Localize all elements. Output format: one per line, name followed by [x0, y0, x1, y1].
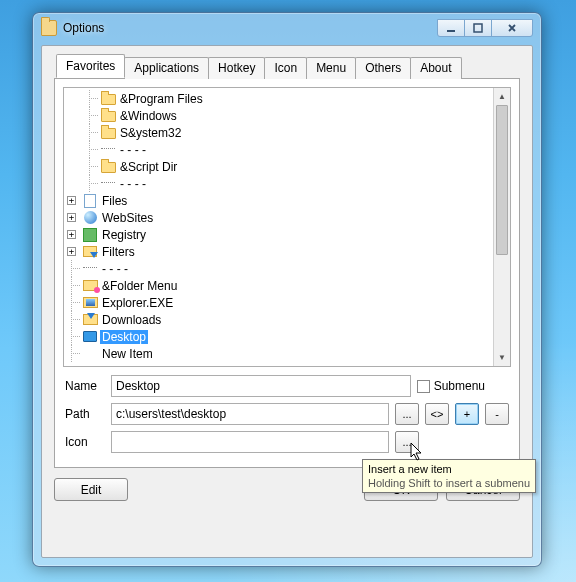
tree-item[interactable]: &Windows: [64, 107, 493, 124]
globe-icon: [82, 210, 98, 226]
dl-icon: [82, 312, 98, 328]
titlebar[interactable]: Options: [39, 19, 535, 41]
blank-icon: [82, 346, 98, 362]
tree-item-label: Desktop: [100, 330, 148, 344]
expand-icon[interactable]: +: [67, 196, 76, 205]
tree-item[interactable]: &Script Dir: [64, 158, 493, 175]
scroll-thumb[interactable]: [496, 105, 508, 255]
page-icon: [82, 193, 98, 209]
desktop-icon: [82, 329, 98, 345]
close-button[interactable]: [491, 19, 533, 37]
app-icon: [41, 20, 57, 36]
icon-label: Icon: [65, 435, 105, 449]
tree-scrollbar[interactable]: ▲ ▼: [493, 88, 510, 366]
tree-item-label: New Item: [102, 347, 153, 361]
folder-icon: [100, 91, 116, 107]
path-swap-button[interactable]: <>: [425, 403, 449, 425]
tooltip-line2: Holding Shift to insert a submenu: [368, 476, 530, 490]
window-title: Options: [63, 21, 438, 35]
submenu-checkbox[interactable]: [417, 380, 430, 393]
favorites-tree[interactable]: &Program Files&WindowsS&ystem32- - - -&S…: [63, 87, 511, 367]
tree-item-label: Files: [102, 194, 127, 208]
tab-others[interactable]: Others: [355, 57, 411, 79]
icon-input[interactable]: [111, 431, 389, 453]
tab-icon[interactable]: Icon: [264, 57, 307, 79]
expand-icon[interactable]: +: [67, 213, 76, 222]
tooltip: Insert a new item Holding Shift to inser…: [362, 459, 536, 493]
add-item-button[interactable]: +: [455, 403, 479, 425]
window-controls: [438, 19, 533, 37]
cursor-icon: [410, 443, 424, 463]
tree-item-label: S&ystem32: [120, 126, 181, 140]
sep-icon: [100, 142, 116, 158]
tree-item-label: &Folder Menu: [102, 279, 177, 293]
tree-item-label: Registry: [102, 228, 146, 242]
tree-item[interactable]: Desktop: [64, 328, 493, 345]
scroll-up-icon[interactable]: ▲: [494, 88, 510, 105]
tree-item-label: Downloads: [102, 313, 161, 327]
expand-icon[interactable]: +: [67, 230, 76, 239]
edit-button[interactable]: Edit: [54, 478, 128, 501]
tree-item-label: - - - -: [120, 177, 146, 191]
tree-item-label: Filters: [102, 245, 135, 259]
sep-icon: [100, 176, 116, 192]
tree-item-label: - - - -: [102, 262, 128, 276]
remove-item-button[interactable]: -: [485, 403, 509, 425]
tab-applications[interactable]: Applications: [124, 57, 209, 79]
tree-item[interactable]: S&ystem32: [64, 124, 493, 141]
reg-icon: [82, 227, 98, 243]
name-input[interactable]: [111, 375, 411, 397]
tab-strip: Favorites Applications Hotkey Icon Menu …: [54, 56, 520, 79]
tree-item[interactable]: New Item: [64, 345, 493, 362]
tree-item[interactable]: +Filters: [64, 243, 493, 260]
path-input[interactable]: [111, 403, 389, 425]
tree-item[interactable]: - - - -: [64, 175, 493, 192]
tree-item[interactable]: +Registry: [64, 226, 493, 243]
tree-item-label: Explorer.EXE: [102, 296, 173, 310]
tooltip-line1: Insert a new item: [368, 462, 530, 476]
svg-rect-0: [447, 30, 455, 32]
filter-icon: [82, 244, 98, 260]
submenu-label: Submenu: [434, 379, 485, 393]
path-label: Path: [65, 407, 105, 421]
folder-icon: [100, 159, 116, 175]
foldermenu-icon: [82, 278, 98, 294]
folder-icon: [100, 108, 116, 124]
name-label: Name: [65, 379, 105, 393]
item-form: Name Submenu Path ... <> + - Icon: [63, 367, 511, 453]
tab-menu[interactable]: Menu: [306, 57, 356, 79]
tree-item[interactable]: - - - -: [64, 141, 493, 158]
maximize-button[interactable]: [464, 19, 492, 37]
tab-favorites[interactable]: Favorites: [56, 54, 125, 78]
tree-item[interactable]: Downloads: [64, 311, 493, 328]
tab-about[interactable]: About: [410, 57, 461, 79]
tree-item[interactable]: &Folder Menu: [64, 277, 493, 294]
scroll-down-icon[interactable]: ▼: [494, 349, 510, 366]
tab-hotkey[interactable]: Hotkey: [208, 57, 265, 79]
tree-item[interactable]: +Files: [64, 192, 493, 209]
path-browse-button[interactable]: ...: [395, 403, 419, 425]
tree-item-label: &Script Dir: [120, 160, 177, 174]
tree-item-label: &Windows: [120, 109, 177, 123]
tree-item[interactable]: &Program Files: [64, 90, 493, 107]
tree-item-label: - - - -: [120, 143, 146, 157]
tree-item[interactable]: Explorer.EXE: [64, 294, 493, 311]
tree-item[interactable]: - - - -: [64, 260, 493, 277]
minimize-button[interactable]: [437, 19, 465, 37]
tab-panel: &Program Files&WindowsS&ystem32- - - -&S…: [54, 79, 520, 468]
folder-icon: [100, 125, 116, 141]
expand-icon[interactable]: +: [67, 247, 76, 256]
tree-item-label: WebSites: [102, 211, 153, 225]
sep-icon: [82, 261, 98, 277]
explorer-icon: [82, 295, 98, 311]
svg-rect-1: [474, 24, 482, 32]
tree-item[interactable]: +WebSites: [64, 209, 493, 226]
tree-item-label: &Program Files: [120, 92, 203, 106]
